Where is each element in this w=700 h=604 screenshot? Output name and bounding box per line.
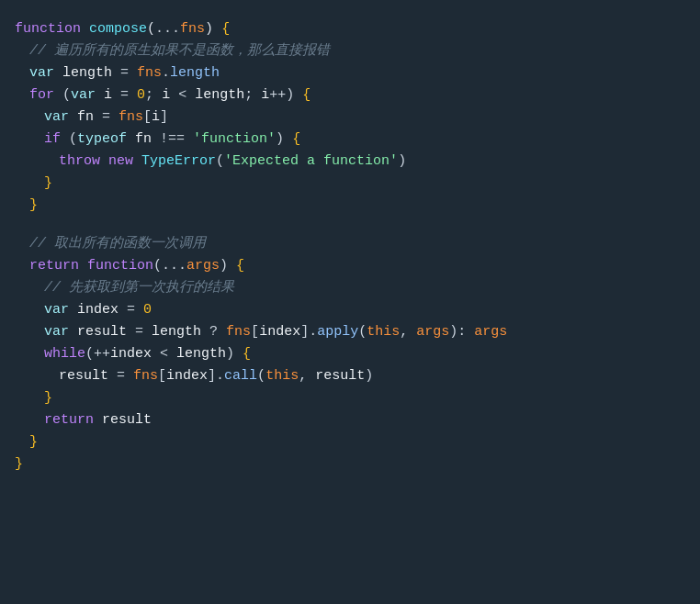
code-line-18: }	[0, 387, 700, 409]
code-line-19: return result	[0, 409, 700, 431]
code-line-5: var fn = fns [ i ]	[0, 106, 700, 129]
code-line-13: // 先获取到第一次执行的结果	[0, 277, 700, 299]
code-line-blank	[0, 217, 700, 233]
keyword-this-2: this	[265, 365, 299, 387]
code-line-20: }	[0, 431, 700, 453]
keyword-function: function	[15, 18, 81, 40]
keyword-for: for	[29, 84, 54, 106]
code-line-11: // 取出所有的函数一次调用	[0, 233, 700, 255]
code-line-16: while (++ index < length ) {	[0, 343, 700, 365]
code-line-21: }	[0, 453, 700, 475]
keyword-if: if	[44, 129, 61, 151]
keyword-new: new	[108, 151, 133, 173]
comment-traverse: // 遍历所有的原生如果不是函数，那么直接报错	[29, 40, 330, 62]
code-line-15: var result = length ? fns [ index ]. app…	[0, 321, 700, 343]
code-line-12: return function (... args ) {	[0, 255, 700, 277]
code-line-14: var index = 0	[0, 299, 700, 321]
keyword-while: while	[44, 343, 85, 365]
code-line-1: function compose ( ... fns ) {	[0, 18, 700, 40]
code-line-9: }	[0, 195, 700, 217]
code-line-8: }	[0, 173, 700, 195]
keyword-this-1: this	[367, 321, 400, 343]
code-line-4: for ( var i = 0 ; i < length ; i ++) {	[0, 84, 700, 106]
keyword-return-2: return	[44, 409, 94, 431]
code-line-7: throw new TypeError ( 'Expected a functi…	[0, 151, 700, 173]
keyword-throw: throw	[59, 151, 100, 173]
comment-call: // 取出所有的函数一次调用	[29, 233, 206, 255]
keyword-var: var	[29, 62, 54, 84]
code-editor: function compose ( ... fns ) { // 遍历所有的原…	[0, 15, 700, 479]
keyword-return-1: return	[29, 255, 79, 277]
error-class-typeerror: TypeError	[141, 151, 216, 173]
code-line-2: // 遍历所有的原生如果不是函数，那么直接报错	[0, 40, 700, 62]
code-line-3: var length = fns . length	[0, 62, 700, 84]
code-line-6: if ( typeof fn !== 'function' ) {	[0, 129, 700, 151]
comment-first-result: // 先获取到第一次执行的结果	[44, 277, 234, 299]
function-name: compose	[89, 18, 147, 40]
code-line-17: result = fns [ index ]. call ( this , re…	[0, 365, 700, 387]
